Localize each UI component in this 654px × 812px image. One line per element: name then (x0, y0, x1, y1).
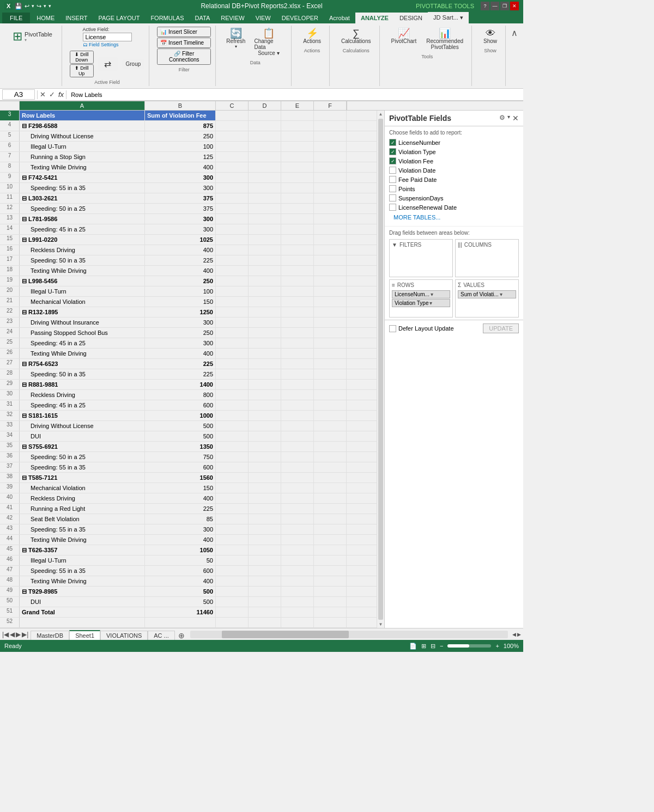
cell-d-8[interactable] (249, 162, 281, 172)
cell-b-16[interactable]: 400 (145, 245, 216, 255)
cell-f-52[interactable] (314, 618, 347, 627)
cell-e-27[interactable] (281, 359, 314, 369)
cell-b-28[interactable]: 225 (145, 369, 216, 379)
cell-e-3[interactable] (281, 111, 314, 120)
cell-d-18[interactable] (249, 266, 281, 276)
cell-f-38[interactable] (314, 473, 347, 483)
update-button[interactable]: UPDATE (483, 323, 519, 333)
cell-e-32[interactable] (281, 411, 314, 420)
cell-b-34[interactable]: 500 (145, 431, 216, 441)
cell-a-3[interactable]: Row Labels (20, 111, 145, 120)
cell-c-23[interactable] (216, 318, 249, 327)
cell-c-51[interactable] (216, 607, 249, 617)
cell-a-8[interactable]: Texting While Driving (20, 162, 145, 172)
cell-d-9[interactable] (249, 173, 281, 182)
cell-b-12[interactable]: 375 (145, 204, 216, 213)
cell-f-32[interactable] (314, 411, 347, 420)
cell-b-50[interactable]: 500 (145, 597, 216, 607)
cell-e-40[interactable] (281, 493, 314, 503)
insert-timeline-btn[interactable]: 📅 Insert Timeline (157, 38, 211, 48)
scroll-thumb[interactable] (378, 119, 383, 620)
cell-c-15[interactable] (216, 235, 249, 245)
cell-d-3[interactable] (249, 111, 281, 120)
cell-d-42[interactable] (249, 514, 281, 524)
cell-f-23[interactable] (314, 318, 347, 327)
cell-b-36[interactable]: 750 (145, 452, 216, 462)
cell-a-17[interactable]: Speeding: 50 in a 35 (20, 255, 145, 265)
cell-e-34[interactable] (281, 431, 314, 441)
cell-d-4[interactable] (249, 121, 281, 131)
cell-b-20[interactable]: 100 (145, 286, 216, 296)
pivot-field-checkbox[interactable] (389, 167, 396, 174)
row-item-violation-dd[interactable]: ▾ (429, 300, 432, 306)
cell-b-49[interactable]: 500 (145, 587, 216, 596)
cell-d-25[interactable] (249, 338, 281, 348)
undo-arrow[interactable]: ▾ (32, 3, 34, 9)
ribbon-collapse-btn[interactable]: ∧ (509, 26, 520, 86)
cell-c-19[interactable] (216, 276, 249, 286)
cell-a-50[interactable]: DUI (20, 597, 145, 607)
cell-e-5[interactable] (281, 131, 314, 141)
cell-f-43[interactable] (314, 524, 347, 534)
tab-review[interactable]: REVIEW (215, 13, 250, 23)
cell-a-41[interactable]: Running a Red Light (20, 504, 145, 514)
cell-b-4[interactable]: 875 (145, 121, 216, 131)
cell-d-49[interactable] (249, 587, 281, 596)
cell-e-30[interactable] (281, 390, 314, 400)
cell-a-18[interactable]: Texting While Driving (20, 266, 145, 276)
cell-b-24[interactable]: 250 (145, 328, 216, 338)
cell-c-29[interactable] (216, 380, 249, 389)
cell-e-11[interactable] (281, 193, 314, 203)
cell-b-30[interactable]: 800 (145, 390, 216, 400)
cell-c-18[interactable] (216, 266, 249, 276)
cell-a-35[interactable]: ⊟ S755-6921 (20, 442, 145, 451)
cell-f-41[interactable] (314, 504, 347, 514)
cell-a-37[interactable]: Speeding: 55 in a 35 (20, 462, 145, 472)
cell-a-28[interactable]: Speeding: 50 in a 35 (20, 369, 145, 379)
cell-a-21[interactable]: Mechanical Violation (20, 297, 145, 307)
cell-e-7[interactable] (281, 152, 314, 162)
col-header-f[interactable]: F (314, 101, 347, 110)
cell-e-20[interactable] (281, 286, 314, 296)
cell-b-33[interactable]: 500 (145, 421, 216, 431)
tab-insert[interactable]: INSERT (60, 13, 93, 23)
cell-b-27[interactable]: 225 (145, 359, 216, 369)
cell-a-10[interactable]: Speeding: 55 in a 35 (20, 183, 145, 193)
cell-a-48[interactable]: Texting While Driving (20, 576, 145, 586)
cell-e-36[interactable] (281, 452, 314, 462)
tab-formulas[interactable]: FORMULAS (145, 13, 189, 23)
cell-a-15[interactable]: ⊟ L991-0220 (20, 235, 145, 245)
cell-f-11[interactable] (314, 193, 347, 203)
row-item-violation-type[interactable]: Violation Type ▾ (392, 299, 450, 307)
cell-a-4[interactable]: ⊟ F298-6588 (20, 121, 145, 131)
cell-d-20[interactable] (249, 286, 281, 296)
cell-c-7[interactable] (216, 152, 249, 162)
function-icon[interactable]: fx (58, 90, 64, 99)
close-btn[interactable]: ✕ (510, 2, 519, 10)
cell-e-47[interactable] (281, 566, 314, 576)
cell-c-46[interactable] (216, 555, 249, 565)
cell-c-31[interactable] (216, 400, 249, 410)
cell-b-29[interactable]: 1400 (145, 380, 216, 389)
cell-a-12[interactable]: Speeding: 50 in a 25 (20, 204, 145, 213)
cell-c-39[interactable] (216, 483, 249, 493)
cell-d-50[interactable] (249, 597, 281, 607)
cell-e-39[interactable] (281, 483, 314, 493)
expand-field-btn[interactable]: ⇄ (98, 57, 118, 71)
cell-b-17[interactable]: 225 (145, 255, 216, 265)
cell-e-42[interactable] (281, 514, 314, 524)
cell-e-15[interactable] (281, 235, 314, 245)
sheet-scroll-right[interactable]: ▶ (16, 631, 21, 638)
cell-f-31[interactable] (314, 400, 347, 410)
help-btn[interactable]: ? (481, 2, 489, 10)
cell-d-37[interactable] (249, 462, 281, 472)
cell-c-25[interactable] (216, 338, 249, 348)
cell-e-19[interactable] (281, 276, 314, 286)
cell-b-44[interactable]: 400 (145, 535, 216, 545)
cell-f-21[interactable] (314, 297, 347, 307)
cell-e-35[interactable] (281, 442, 314, 451)
cell-d-15[interactable] (249, 235, 281, 245)
cell-e-23[interactable] (281, 318, 314, 327)
cell-b-13[interactable]: 300 (145, 214, 216, 224)
cell-f-10[interactable] (314, 183, 347, 193)
